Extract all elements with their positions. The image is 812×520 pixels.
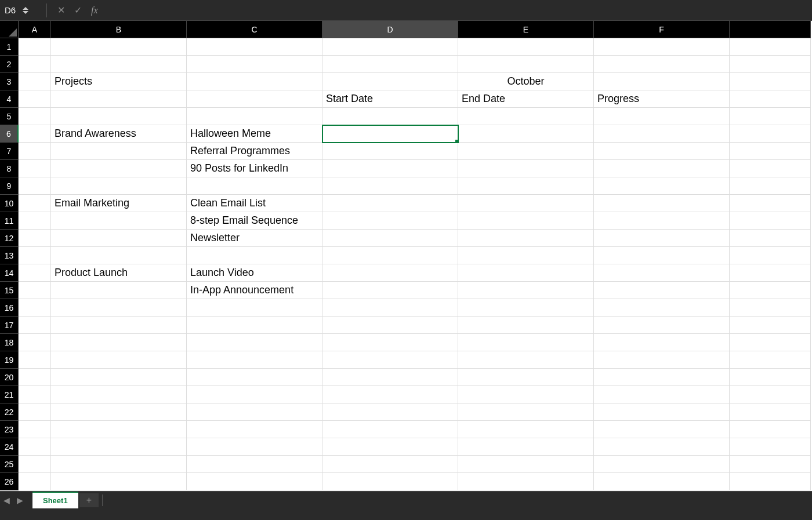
cell-C4[interactable]	[187, 90, 322, 108]
cell-partial-25[interactable]	[730, 456, 811, 473]
cell-partial-24[interactable]	[730, 438, 811, 456]
cell-F25[interactable]	[594, 456, 730, 473]
spinner-down-icon[interactable]	[23, 11, 28, 14]
column-header-B[interactable]: B	[51, 21, 187, 38]
cell-A11[interactable]	[19, 212, 51, 230]
cell-D19[interactable]	[322, 351, 458, 369]
cell-C23[interactable]	[187, 421, 322, 438]
cell-B22[interactable]	[51, 403, 187, 421]
cell-D7[interactable]	[322, 143, 458, 160]
cell-F7[interactable]	[594, 143, 730, 160]
cell-D13[interactable]	[322, 247, 458, 264]
cell-E7[interactable]	[458, 143, 594, 160]
cell-F22[interactable]	[594, 403, 730, 421]
row-header-18[interactable]: 18	[0, 334, 19, 351]
cell-F15[interactable]	[594, 282, 730, 299]
fx-icon[interactable]: fx	[91, 5, 98, 16]
row-header-21[interactable]: 21	[0, 386, 19, 403]
cell-E17[interactable]	[458, 317, 594, 334]
cell-A4[interactable]	[19, 90, 51, 108]
cell-C20[interactable]	[187, 369, 322, 386]
cell-D11[interactable]	[322, 212, 458, 230]
cell-C5[interactable]	[187, 108, 322, 125]
cell-D14[interactable]	[322, 264, 458, 282]
cell-A15[interactable]	[19, 282, 51, 299]
cell-partial-7[interactable]	[730, 143, 811, 160]
row-header-11[interactable]: 11	[0, 212, 19, 230]
cell-E5[interactable]	[458, 108, 594, 125]
cell-D25[interactable]	[322, 456, 458, 473]
cell-F19[interactable]	[594, 351, 730, 369]
cell-B1[interactable]	[51, 38, 187, 56]
row-header-22[interactable]: 22	[0, 403, 19, 421]
cell-D6[interactable]	[322, 125, 459, 143]
cell-B16[interactable]	[51, 299, 187, 317]
cell-D2[interactable]	[322, 56, 458, 73]
cell-A24[interactable]	[19, 438, 51, 456]
cell-C8[interactable]: 90 Posts for LinkedIn	[187, 160, 322, 177]
name-box[interactable]: D6	[0, 5, 41, 15]
cell-B3[interactable]: Projects	[51, 73, 187, 90]
cell-E9[interactable]	[458, 177, 594, 195]
cell-partial-12[interactable]	[730, 230, 811, 247]
cell-B7[interactable]	[51, 143, 187, 160]
cell-F8[interactable]	[594, 160, 730, 177]
cell-E8[interactable]	[458, 160, 594, 177]
cell-partial-1[interactable]	[730, 38, 811, 56]
cell-F16[interactable]	[594, 299, 730, 317]
cell-A3[interactable]	[19, 73, 51, 90]
cell-partial-20[interactable]	[730, 369, 811, 386]
cell-B8[interactable]	[51, 160, 187, 177]
cell-E15[interactable]	[458, 282, 594, 299]
row-header-12[interactable]: 12	[0, 230, 19, 247]
cell-E25[interactable]	[458, 456, 594, 473]
cell-A1[interactable]	[19, 38, 51, 56]
cell-B5[interactable]	[51, 108, 187, 125]
cell-B11[interactable]	[51, 212, 187, 230]
cell-F10[interactable]	[594, 195, 730, 212]
cell-C3[interactable]	[187, 73, 322, 90]
cell-C17[interactable]	[187, 317, 322, 334]
cell-D12[interactable]	[322, 230, 458, 247]
cell-C7[interactable]: Referral Programmes	[187, 143, 322, 160]
row-header-1[interactable]: 1	[0, 38, 19, 56]
cell-partial-8[interactable]	[730, 160, 811, 177]
row-header-13[interactable]: 13	[0, 247, 19, 264]
cell-A17[interactable]	[19, 317, 51, 334]
cell-E14[interactable]	[458, 264, 594, 282]
cell-E24[interactable]	[458, 438, 594, 456]
cell-E13[interactable]	[458, 247, 594, 264]
cell-C1[interactable]	[187, 38, 322, 56]
cell-F14[interactable]	[594, 264, 730, 282]
cell-E23[interactable]	[458, 421, 594, 438]
cell-B19[interactable]	[51, 351, 187, 369]
cell-partial-18[interactable]	[730, 334, 811, 351]
spinner-up-icon[interactable]	[23, 7, 28, 10]
cell-E4[interactable]: End Date	[458, 90, 594, 108]
cell-partial-16[interactable]	[730, 299, 811, 317]
cell-A2[interactable]	[19, 56, 51, 73]
column-header-A[interactable]: A	[19, 21, 51, 38]
cell-B26[interactable]	[51, 473, 187, 490]
row-header-4[interactable]: 4	[0, 90, 19, 108]
column-header-D[interactable]: D	[322, 21, 458, 38]
cell-D20[interactable]	[322, 369, 458, 386]
add-sheet-button[interactable]: +	[79, 493, 99, 507]
cell-E20[interactable]	[458, 369, 594, 386]
cell-E22[interactable]	[458, 403, 594, 421]
cell-A22[interactable]	[19, 403, 51, 421]
cell-partial-15[interactable]	[730, 282, 811, 299]
cell-partial-17[interactable]	[730, 317, 811, 334]
cell-F18[interactable]	[594, 334, 730, 351]
cell-D15[interactable]	[322, 282, 458, 299]
cell-B10[interactable]: Email Marketing	[51, 195, 187, 212]
cell-C22[interactable]	[187, 403, 322, 421]
cell-F20[interactable]	[594, 369, 730, 386]
cell-E2[interactable]	[458, 56, 594, 73]
cell-E1[interactable]	[458, 38, 594, 56]
cell-E16[interactable]	[458, 299, 594, 317]
cell-A23[interactable]	[19, 421, 51, 438]
cell-A12[interactable]	[19, 230, 51, 247]
confirm-icon[interactable]: ✓	[74, 5, 82, 16]
cell-A13[interactable]	[19, 247, 51, 264]
